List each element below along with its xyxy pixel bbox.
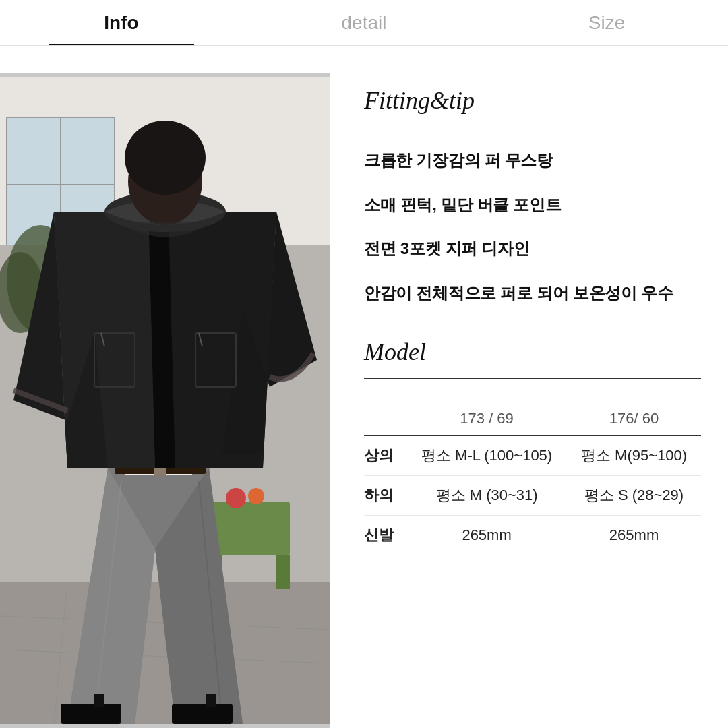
model-row-bottom: 하의 평소 M (30~31) 평소 S (28~29) — [364, 476, 701, 516]
svg-rect-16 — [276, 555, 290, 589]
tab-bar: Info detail Size — [0, 0, 728, 46]
model-row-top-col1: 평소 M-L (100~105) — [406, 436, 567, 476]
fitting-divider — [364, 127, 701, 127]
model-col-1: 173 / 69 — [406, 400, 567, 436]
model-title: Model — [364, 338, 701, 366]
svg-rect-31 — [61, 704, 121, 724]
svg-point-30 — [125, 121, 206, 195]
model-table: 173 / 69 176/ 60 상의 평소 M-L (100~105) 평소 … — [364, 400, 701, 555]
svg-rect-34 — [206, 694, 216, 707]
svg-point-18 — [248, 488, 264, 504]
model-row-top-label: 상의 — [364, 436, 406, 476]
tab-detail[interactable]: detail — [243, 0, 485, 45]
model-row-bottom-label: 하의 — [364, 476, 406, 516]
model-row-bottom-col2: 평소 S (28~29) — [567, 476, 701, 516]
right-panel: Fitting&tip 크롭한 기장감의 퍼 무스탕 소매 핀턱, 밑단 버클 … — [330, 73, 728, 728]
main-content: Fitting&tip 크롭한 기장감의 퍼 무스탕 소매 핀턱, 밑단 버클 … — [0, 46, 728, 728]
tab-size-label: Size — [588, 12, 625, 34]
model-row-shoes: 신발 265mm 265mm — [364, 516, 701, 555]
svg-rect-14 — [209, 502, 290, 555]
model-row-shoes-col2: 265mm — [567, 516, 701, 555]
model-row-bottom-col1: 평소 M (30~31) — [406, 476, 567, 516]
model-row-top: 상의 평소 M-L (100~105) 평소 M(95~100) — [364, 436, 701, 476]
model-row-top-col2: 평소 M(95~100) — [567, 436, 701, 476]
svg-rect-32 — [172, 704, 233, 724]
fitting-title: Fitting&tip — [364, 86, 701, 115]
model-row-shoes-label: 신발 — [364, 516, 406, 555]
model-col-label — [364, 400, 406, 436]
model-section: Model 173 / 69 176/ 60 상의 평소 M-L (100~10… — [364, 338, 701, 555]
model-col-2: 176/ 60 — [567, 400, 701, 436]
tab-detail-label: detail — [342, 12, 387, 34]
svg-point-17 — [226, 488, 246, 508]
tip-2: 소매 핀턱, 밑단 버클 포인트 — [364, 193, 701, 216]
model-divider — [364, 378, 701, 379]
model-row-shoes-col1: 265mm — [406, 516, 567, 555]
svg-rect-33 — [94, 694, 104, 707]
tab-info-label: Info — [104, 12, 138, 34]
model-header-row: 173 / 69 176/ 60 — [364, 400, 701, 436]
tab-size[interactable]: Size — [485, 0, 728, 45]
tip-1: 크롭한 기장감의 퍼 무스탕 — [364, 149, 701, 172]
tab-info[interactable]: Info — [0, 0, 243, 45]
product-image — [0, 73, 330, 728]
tip-4: 안감이 전체적으로 퍼로 되어 보온성이 우수 — [364, 282, 701, 305]
tip-3: 전면 3포켓 지퍼 디자인 — [364, 237, 701, 260]
fitting-tips: 크롭한 기장감의 퍼 무스탕 소매 핀턱, 밑단 버클 포인트 전면 3포켓 지… — [364, 149, 701, 304]
